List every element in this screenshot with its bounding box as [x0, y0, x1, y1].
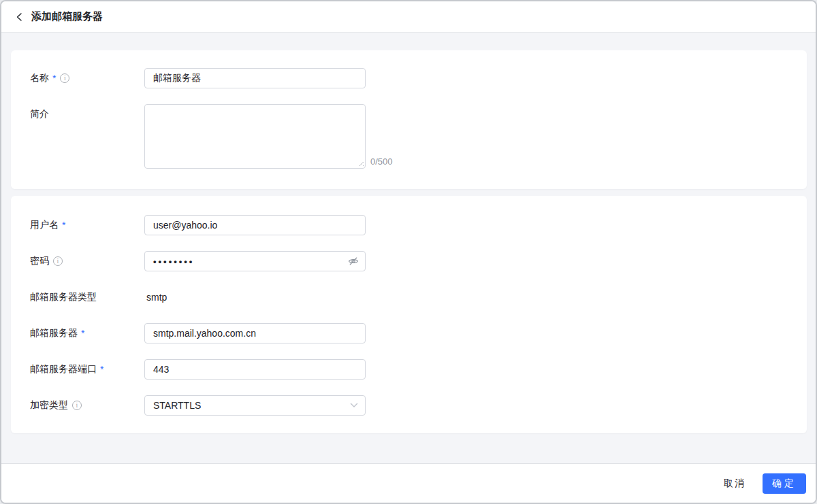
server-type-value: smtp [144, 292, 167, 303]
eye-off-icon [348, 256, 359, 267]
host-input[interactable] [144, 323, 366, 343]
server-type-label-text: 邮箱服务器类型 [30, 291, 97, 303]
username-input[interactable] [144, 215, 366, 235]
info-icon[interactable]: i [72, 401, 82, 410]
name-label: 名称 * i [30, 72, 144, 84]
field-description: 简介 0/500 [30, 104, 788, 169]
field-name: 名称 * i [30, 68, 788, 88]
content: 名称 * i 简介 0/500 用户名 [1, 33, 816, 463]
description-label-text: 简介 [30, 108, 49, 120]
confirm-button[interactable]: 确定 [763, 473, 806, 494]
cancel-button[interactable]: 取消 [724, 477, 746, 490]
info-icon[interactable]: i [60, 73, 69, 83]
password-label: 密码 i [30, 255, 144, 267]
basic-info-card: 名称 * i 简介 0/500 [11, 50, 807, 189]
description-label: 简介 [30, 104, 144, 120]
name-input[interactable] [144, 68, 366, 88]
host-label-text: 邮箱服务器 [30, 327, 78, 339]
add-mail-server-page: 添加邮箱服务器 名称 * i 简介 0/500 [0, 0, 817, 504]
required-asterisk: * [100, 364, 103, 375]
toggle-password-button[interactable] [348, 256, 359, 267]
required-asterisk: * [52, 73, 56, 84]
server-type-label: 邮箱服务器类型 [30, 291, 144, 303]
encryption-label-text: 加密类型 [30, 399, 68, 411]
description-textarea-wrap [144, 104, 366, 169]
field-server-type: 邮箱服务器类型 smtp [30, 287, 788, 307]
field-port: 邮箱服务器端口 * [30, 359, 788, 380]
port-label-text: 邮箱服务器端口 [30, 363, 97, 375]
username-label: 用户名 * [30, 219, 144, 231]
field-username: 用户名 * [30, 215, 788, 235]
field-host: 邮箱服务器 * [30, 323, 788, 343]
footer: 取消 确定 [1, 463, 816, 503]
port-input[interactable] [144, 359, 366, 380]
password-input[interactable] [144, 251, 366, 271]
header: 添加邮箱服务器 [1, 1, 816, 33]
field-password: 密码 i [30, 251, 788, 271]
info-icon[interactable]: i [53, 256, 63, 266]
description-textarea[interactable] [144, 104, 366, 169]
port-label: 邮箱服务器端口 * [30, 363, 144, 375]
password-input-wrap [144, 251, 366, 271]
server-settings-card: 用户名 * 密码 i [11, 196, 807, 433]
encryption-label: 加密类型 i [30, 399, 144, 411]
field-encryption: 加密类型 i STARTTLS [30, 395, 788, 416]
char-counter: 0/500 [370, 156, 393, 169]
required-asterisk: * [81, 328, 84, 339]
back-button[interactable] [15, 12, 24, 22]
username-label-text: 用户名 [30, 219, 59, 231]
chevron-down-icon [350, 403, 358, 408]
encryption-selected-value: STARTTLS [153, 400, 201, 411]
page-title: 添加邮箱服务器 [31, 10, 103, 23]
host-label: 邮箱服务器 * [30, 327, 144, 339]
required-asterisk: * [62, 220, 65, 231]
name-label-text: 名称 [30, 72, 49, 84]
chevron-left-icon [15, 12, 24, 22]
password-label-text: 密码 [30, 255, 49, 267]
encryption-select[interactable]: STARTTLS [144, 395, 366, 416]
